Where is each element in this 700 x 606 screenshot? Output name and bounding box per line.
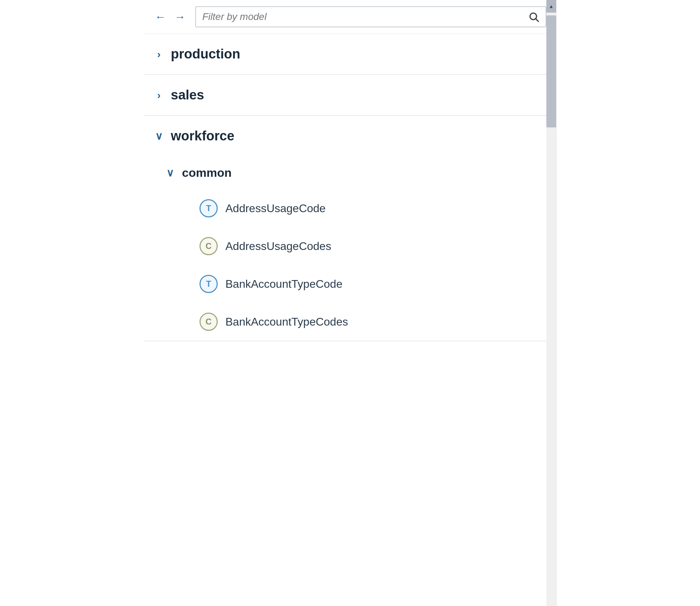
section-label-production: production	[171, 47, 240, 62]
tree-item-address-usage-codes[interactable]: C AddressUsageCodes	[200, 227, 556, 265]
search-icon	[528, 11, 539, 22]
search-input[interactable]	[202, 11, 528, 22]
type-icon-T-address-usage-code: T	[200, 199, 218, 217]
scrollbar-thumb[interactable]	[546, 15, 556, 127]
label-bank-account-type-code: BankAccountTypeCode	[225, 278, 342, 291]
svg-line-1	[536, 19, 538, 21]
type-icon-T-bank-account-type-code: T	[200, 275, 218, 293]
scrollbar-up-button[interactable]: ▲	[546, 0, 556, 13]
search-button[interactable]	[528, 11, 539, 22]
type-icon-C-address-usage-codes: C	[200, 237, 218, 255]
section-header-production[interactable]: › production	[144, 34, 556, 74]
tree-item-address-usage-code[interactable]: T AddressUsageCode	[200, 189, 556, 227]
search-container	[195, 6, 546, 27]
subsection-label-common: common	[182, 166, 232, 180]
section-workforce: ∨ workforce ∨ common T AddressUsageCode	[144, 116, 556, 341]
section-label-sales: sales	[171, 88, 204, 103]
section-label-workforce: workforce	[171, 128, 234, 144]
chevron-workforce: ∨	[153, 131, 164, 141]
back-button[interactable]: ←	[153, 11, 167, 22]
chevron-sales: ›	[153, 90, 164, 100]
chevron-common: ∨	[164, 168, 176, 178]
nav-buttons: ← →	[153, 11, 187, 22]
chevron-production: ›	[153, 49, 164, 60]
section-header-sales[interactable]: › sales	[144, 75, 556, 115]
main-panel: ← → › production › sales	[144, 0, 556, 606]
type-icon-C-bank-account-type-codes: C	[200, 313, 218, 331]
header: ← →	[144, 0, 556, 34]
tree-items-common: T AddressUsageCode C AddressUsageCodes T…	[164, 189, 556, 341]
tree-item-bank-account-type-code[interactable]: T BankAccountTypeCode	[200, 265, 556, 303]
scrollbar-track: ▲	[546, 0, 556, 606]
label-bank-account-type-codes: BankAccountTypeCodes	[225, 315, 348, 328]
section-production: › production	[144, 34, 556, 75]
label-address-usage-code: AddressUsageCode	[225, 202, 326, 215]
label-address-usage-codes: AddressUsageCodes	[225, 240, 331, 253]
tree-content: › production › sales ∨ workforce ∨ commo…	[144, 34, 556, 606]
section-sales: › sales	[144, 75, 556, 116]
subsection-common: ∨ common T AddressUsageCode C AddressUsa…	[144, 156, 556, 341]
tree-item-bank-account-type-codes[interactable]: C BankAccountTypeCodes	[200, 303, 556, 341]
subsection-header-common[interactable]: ∨ common	[164, 156, 556, 189]
forward-button[interactable]: →	[173, 11, 187, 22]
section-header-workforce[interactable]: ∨ workforce	[144, 116, 556, 156]
